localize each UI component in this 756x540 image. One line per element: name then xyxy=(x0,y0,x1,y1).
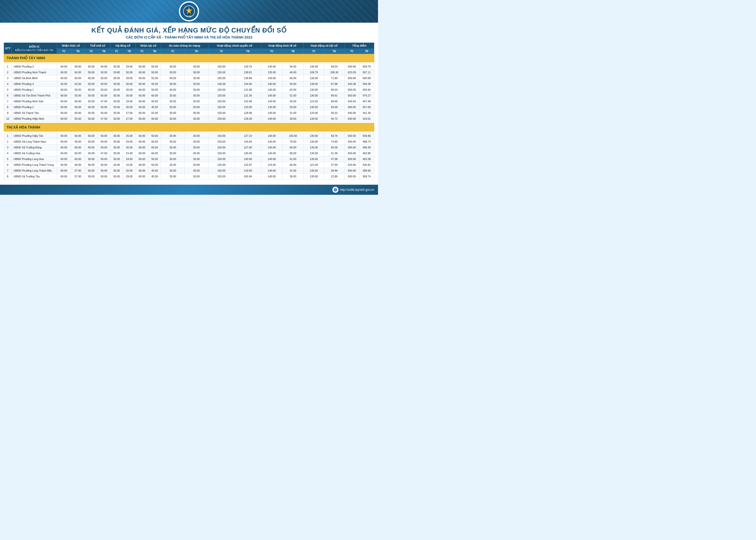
cell-score: 129.76 xyxy=(235,64,261,69)
cell-score: 150.00 xyxy=(208,64,235,69)
cell-score: 60.00 xyxy=(136,139,148,145)
cell-score: 45.00 xyxy=(148,174,161,180)
cell-score: 50.00 xyxy=(85,104,97,110)
cell-score: 486.39 xyxy=(359,145,374,150)
cell-score: 30.00 xyxy=(161,98,185,104)
cell-score: 55.00 xyxy=(148,110,161,116)
subh-td-3: TĐ xyxy=(123,49,136,54)
cell-score: 60.00 xyxy=(282,162,304,168)
table-row: 1UBND Phường Hiệp Tân60.0060.0050.0050.0… xyxy=(4,133,374,139)
cell-stt: 5 xyxy=(4,156,12,162)
col-unit: ĐƠN VỊĐIỂM (Tự chấm:TC / Thẩm định: TĐ) xyxy=(12,43,57,54)
cell-score: 30.00 xyxy=(185,64,208,69)
cell-score: 60.00 xyxy=(57,139,71,145)
subh-tc-5: TC xyxy=(161,49,185,54)
cell-score: 27.00 xyxy=(123,110,136,116)
cell-score: 507.11 xyxy=(359,69,374,75)
cell-stt: 3 xyxy=(4,145,12,150)
cell-score: 30.00 xyxy=(123,145,136,150)
cell-score: 59.00 xyxy=(324,104,344,110)
col-kinh-te: Hoạt động kinh tế số xyxy=(261,43,304,49)
cell-score: 457.00 xyxy=(359,104,374,110)
cell-score: 60.00 xyxy=(136,98,148,104)
col-an-toan: An toàn thông tin mạng xyxy=(161,43,208,49)
cell-score: 130.00 xyxy=(304,116,324,122)
cell-score: 50.00 xyxy=(97,156,110,162)
cell-score: 52.50 xyxy=(71,81,85,87)
table-row: 2UBND Xã Long Thành Nam60.0040.0050.0050… xyxy=(4,139,374,145)
cell-score: 60.00 xyxy=(57,69,71,75)
cell-score: 60.00 xyxy=(136,174,148,180)
spacer-row-end xyxy=(4,180,374,181)
cell-score: 50.00 xyxy=(85,98,97,104)
sub-title: CÁC ĐƠN VỊ CẤP XÃ - THÀNH PHỐ TÂY NINH V… xyxy=(5,35,373,39)
table-header-row-2: TC TĐ TC TĐ TC TĐ TC TĐ TC TĐ TC TĐ TC T… xyxy=(4,49,374,54)
cell-score: 60.00 xyxy=(282,145,304,150)
cell-score: 30.00 xyxy=(185,174,208,180)
cell-score: 41.00 xyxy=(282,168,304,174)
cell-score: 140.00 xyxy=(261,93,282,98)
cell-score: 150.00 xyxy=(208,110,235,116)
cell-score: 140.00 xyxy=(261,168,282,174)
section-title: THỊ XÃ HÒA THÀNH xyxy=(4,123,374,132)
cell-score: 140.00 xyxy=(261,139,282,145)
cell-score: 60.00 xyxy=(136,156,148,162)
cell-score: 476.27 xyxy=(359,93,374,98)
cell-unit-name: UBND Phường Hiệp Ninh xyxy=(12,116,57,122)
cell-score: 29.00 xyxy=(123,64,136,69)
cell-score: 130.00 xyxy=(304,64,324,69)
cell-score: 50.00 xyxy=(85,168,97,174)
cell-score: 30.00 xyxy=(110,104,123,110)
cell-score: 650.00 xyxy=(344,104,359,110)
col-xa-hoi: Hoạt động xã hội số xyxy=(304,43,344,49)
cell-score: 30.00 xyxy=(161,104,185,110)
cell-score: 68.00 xyxy=(324,98,344,104)
cell-score: 60.00 xyxy=(57,110,71,116)
cell-score: 15.00 xyxy=(123,150,136,156)
table-row: 8UBND Xã Trường Tây60.0057.0050.0050.003… xyxy=(4,174,374,180)
cell-score: 40.00 xyxy=(282,69,304,75)
cell-stt: 3 xyxy=(4,75,12,81)
table-row: 10UBND Phường Hiệp Ninh60.0055.0050.0047… xyxy=(4,116,374,122)
cell-score: 29.00 xyxy=(123,174,136,180)
cell-score: 50.00 xyxy=(85,81,97,87)
table-row: 4UBND Phường 455.0052.5050.0050.0030.003… xyxy=(4,81,374,87)
cell-stt: 8 xyxy=(4,174,12,180)
table-row: 3UBND Xã Bình Minh60.0060.0050.0050.0030… xyxy=(4,75,374,81)
subh-tc-1: TC xyxy=(57,49,71,54)
subh-td-8: TĐ xyxy=(324,49,344,54)
table-row: 7UBND Phường Ninh Sơn60.0060.0050.0047.5… xyxy=(4,98,374,104)
cell-score: 71.80 xyxy=(324,75,344,81)
cell-score: 390.96 xyxy=(359,168,374,174)
cell-score: 130.00 xyxy=(304,174,324,180)
footer-icon xyxy=(332,187,338,193)
cell-score: 650.00 xyxy=(344,133,359,139)
cell-score: 130.00 xyxy=(304,139,324,145)
cell-score: 150.00 xyxy=(208,168,235,174)
cell-stt: 4 xyxy=(4,81,12,87)
cell-score: 30.00 xyxy=(161,110,185,116)
logo-area: TÂY NINH xyxy=(179,1,199,21)
cell-score: 127.00 xyxy=(235,145,261,150)
cell-stt: 2 xyxy=(4,139,12,145)
cell-score: 50.00 xyxy=(97,69,110,75)
cell-score: 130.00 xyxy=(304,133,324,139)
subh-td-2: TĐ xyxy=(97,49,110,54)
cell-score: 50.00 xyxy=(85,93,97,98)
cell-score: 140.00 xyxy=(261,75,282,81)
cell-score: 140.00 xyxy=(261,81,282,87)
subh-td-6: TĐ xyxy=(235,49,261,54)
cell-score: 50.00 xyxy=(85,64,97,69)
cell-score: 650.00 xyxy=(344,139,359,145)
cell-stt: 7 xyxy=(4,98,12,104)
cell-score: 139.88 xyxy=(235,75,261,81)
cell-score: 55.00 xyxy=(71,116,85,122)
cell-score: 130.00 xyxy=(235,150,261,156)
cell-score: 463.80 xyxy=(359,150,374,156)
cell-score: 50.00 xyxy=(148,156,161,162)
cell-score: 650.00 xyxy=(344,145,359,150)
cell-unit-name: UBND Phường Long Thành Trung xyxy=(12,162,57,168)
cell-score: 55.00 xyxy=(148,75,161,81)
cell-score: 140.00 xyxy=(261,156,282,162)
cell-score: 25.00 xyxy=(123,133,136,139)
